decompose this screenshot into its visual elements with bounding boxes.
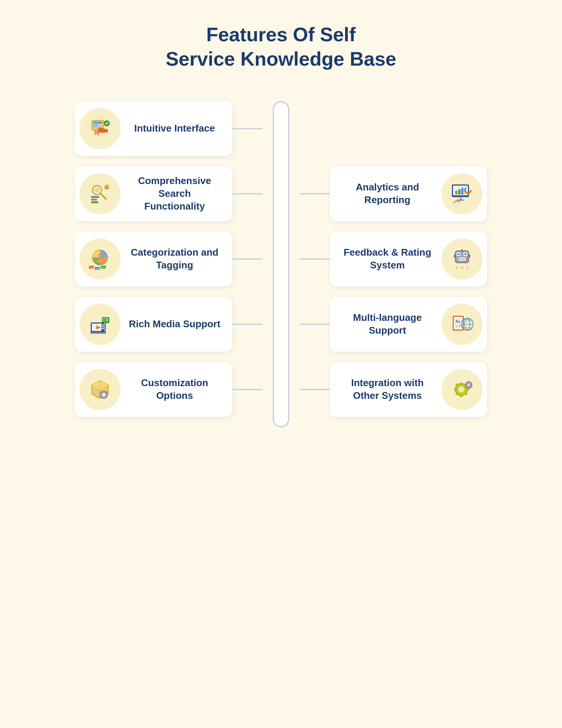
svg-rect-76 — [103, 391, 105, 392]
svg-line-9 — [100, 193, 106, 199]
multilanguage-label: Multi-language Support — [340, 312, 435, 337]
comprehensive-search-label: Comprehensive Search Functionality — [127, 175, 222, 213]
svg-rect-5 — [102, 129, 105, 132]
row-2: $ Comprehensive Search Functionality — [75, 166, 487, 221]
card-intuitive-interface: Intuitive Interface — [75, 101, 232, 156]
customization-icon — [88, 377, 112, 401]
svg-rect-82 — [460, 383, 462, 385]
svg-point-40 — [459, 258, 461, 260]
svg-rect-3 — [93, 126, 98, 127]
svg-rect-20 — [461, 188, 463, 195]
svg-text:Aa: Aa — [455, 319, 460, 324]
svg-rect-12 — [91, 199, 97, 201]
svg-rect-95 — [471, 384, 472, 386]
comprehensive-search-icon-circle: $ — [79, 173, 121, 214]
svg-text:#tag: #tag — [90, 267, 94, 269]
svg-text:文字: 文字 — [455, 325, 461, 328]
svg-rect-59 — [105, 323, 107, 324]
card-categorization-tagging: #tag #cat #item Categorization and Taggi… — [75, 232, 232, 286]
svg-rect-13 — [91, 201, 98, 203]
svg-point-81 — [458, 386, 464, 392]
integration-label: Integration with Other Systems — [340, 377, 435, 402]
card-multilanguage: Aa 文字 Multi-language Support — [330, 297, 487, 352]
feedback-rating-label: Feedback & Rating System — [340, 246, 435, 272]
diagram-container: Intuitive Interface $ — [75, 101, 487, 427]
svg-text:#item: #item — [102, 267, 107, 269]
svg-text:★: ★ — [460, 265, 465, 271]
svg-point-91 — [467, 383, 470, 386]
svg-rect-54 — [102, 326, 103, 327]
svg-point-27 — [98, 254, 102, 258]
svg-point-38 — [464, 253, 466, 255]
svg-rect-45 — [469, 255, 470, 258]
svg-rect-44 — [454, 255, 455, 258]
svg-text:★: ★ — [465, 265, 470, 271]
row-3: #tag #cat #item Categorization and Taggi… — [75, 232, 487, 286]
svg-rect-94 — [465, 384, 466, 386]
svg-rect-2 — [93, 124, 99, 125]
svg-text:#cat: #cat — [96, 268, 100, 270]
analytics-icon-circle — [441, 173, 483, 214]
svg-text:★: ★ — [454, 265, 459, 271]
card-analytics-reporting: Analytics and Reporting — [330, 166, 487, 221]
categorization-icon: #tag #cat #item — [88, 247, 112, 271]
card-feedback-rating: ★ ★ ★ Feedback & Rating System — [330, 232, 487, 286]
rows-wrapper: Intuitive Interface $ — [75, 101, 487, 427]
feedback-icon-circle: ★ ★ ★ — [441, 238, 483, 280]
row-1: Intuitive Interface — [75, 101, 487, 156]
svg-rect-79 — [106, 394, 108, 395]
interface-icon — [88, 117, 112, 141]
svg-point-10 — [94, 187, 100, 193]
rich-media-icon-circle — [79, 304, 121, 345]
row-4: Rich Media Support Aa 文字 — [75, 297, 487, 352]
svg-rect-43 — [461, 249, 463, 252]
multilanguage-icon-circle: Aa 文字 — [441, 304, 483, 345]
svg-text:$: $ — [106, 186, 108, 189]
customization-icon-circle — [79, 369, 121, 410]
svg-point-36 — [457, 253, 460, 255]
svg-point-75 — [102, 393, 106, 397]
customization-label: Customization Options — [127, 377, 222, 402]
card-rich-media: Rich Media Support — [75, 297, 232, 352]
svg-rect-1 — [93, 122, 102, 123]
page-title: Features Of Self Service Knowledge Base — [166, 22, 396, 71]
svg-rect-92 — [468, 381, 469, 382]
categorization-icon-circle: #tag #cat #item — [79, 238, 121, 280]
card-customization: Customization Options — [75, 362, 232, 417]
svg-rect-53 — [102, 324, 103, 325]
svg-rect-83 — [460, 395, 462, 397]
svg-rect-55 — [102, 328, 103, 329]
svg-rect-68 — [463, 318, 471, 320]
intuitive-interface-label: Intuitive Interface — [127, 122, 222, 135]
card-comprehensive-search: $ Comprehensive Search Functionality — [75, 166, 232, 221]
rich-media-label: Rich Media Support — [127, 318, 222, 331]
media-icon — [88, 312, 112, 336]
svg-rect-19 — [458, 189, 460, 195]
svg-rect-78 — [100, 394, 102, 395]
card-integration: Integration with Other Systems — [330, 362, 487, 417]
integration-icon-circle — [441, 369, 483, 410]
analytics-icon — [450, 182, 474, 206]
feedback-icon: ★ ★ ★ — [450, 247, 474, 271]
svg-rect-6 — [105, 129, 108, 132]
integration-icon — [450, 377, 474, 401]
svg-point-42 — [463, 258, 465, 260]
language-icon: Aa 文字 — [450, 312, 474, 336]
svg-rect-77 — [103, 397, 105, 398]
categorization-tagging-label: Categorization and Tagging — [127, 246, 222, 272]
row-5: Customization Options — [75, 362, 487, 417]
svg-rect-11 — [91, 196, 99, 198]
intuitive-interface-icon-circle — [79, 108, 121, 149]
search-icon: $ — [88, 182, 112, 206]
svg-rect-69 — [463, 328, 472, 330]
svg-rect-84 — [454, 388, 456, 391]
svg-rect-18 — [455, 191, 457, 195]
svg-rect-93 — [468, 388, 469, 389]
svg-rect-4 — [99, 128, 102, 132]
analytics-reporting-label: Analytics and Reporting — [340, 181, 435, 207]
svg-rect-56 — [90, 333, 106, 334]
svg-point-41 — [461, 258, 463, 260]
